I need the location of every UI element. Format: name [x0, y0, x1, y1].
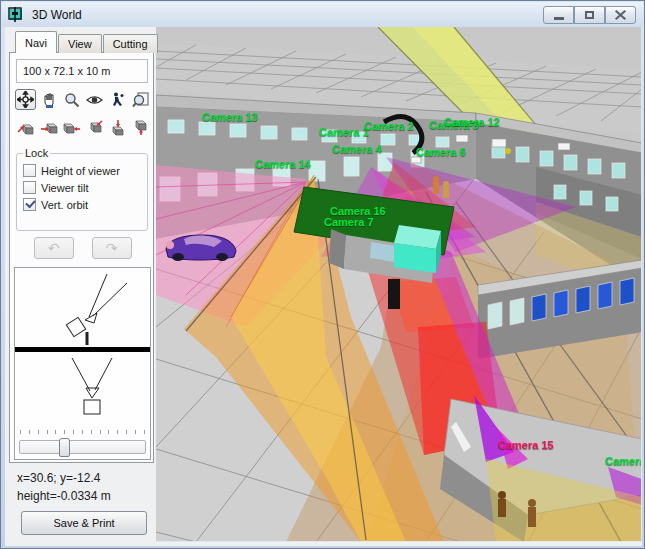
hand-icon	[41, 92, 57, 108]
undo-icon: ↶	[48, 240, 60, 256]
navigation-sidebar: Navi View Cutting 100 x 72.1 x 10 m	[9, 31, 156, 542]
3d-viewport[interactable]: Camera 13 Camera 1 Camera 2 Camera 3 Cam…	[156, 27, 642, 542]
camera-label: Camera 15	[498, 439, 554, 451]
cube-arrow-right-icon	[40, 119, 58, 136]
lock-group: Lock Height of viewer Viewer tilt Vert. …	[16, 147, 148, 231]
tab-navi[interactable]: Navi	[15, 31, 57, 53]
view-preset-toolbar	[15, 117, 151, 138]
app-window: 3D World Navi View Cutting 100 x 72.1 x …	[0, 0, 645, 549]
client-area: Navi View Cutting 100 x 72.1 x 10 m	[5, 27, 642, 546]
camera-label: Camera 2	[364, 120, 414, 132]
cube-arrow-up-icon	[132, 119, 150, 136]
walk-icon	[111, 92, 125, 108]
camera-label: Camera	[605, 455, 642, 467]
checkbox-height-of-viewer[interactable]: Height of viewer	[23, 164, 143, 177]
view-preset-left-button[interactable]	[61, 117, 82, 138]
move-icon	[17, 91, 34, 108]
magnifier-icon	[64, 92, 80, 108]
tilt-sketch	[15, 268, 150, 418]
walk-tool-button[interactable]	[107, 89, 128, 110]
maximize-button[interactable]	[574, 6, 605, 24]
vert-orbit-label: Vert. orbit	[41, 199, 88, 211]
redo-button[interactable]: ↷	[92, 237, 132, 259]
cube-arrow-sw-icon	[86, 119, 104, 136]
tabstrip: Navi View Cutting	[15, 31, 159, 53]
checkbox-viewer-tilt[interactable]: Viewer tilt	[23, 181, 143, 194]
close-icon	[615, 10, 626, 20]
cube-arrow-down-icon	[109, 119, 127, 136]
eye-icon	[86, 93, 103, 107]
fit-view-icon	[132, 92, 149, 108]
save-print-button[interactable]: Save & Print	[21, 511, 147, 535]
coords-height: height=-0.0334 m	[17, 487, 111, 505]
view-preset-right-button[interactable]	[38, 117, 59, 138]
maximize-icon	[585, 11, 594, 19]
camera-label: Camera 13	[202, 111, 258, 123]
zoom-tool-button[interactable]	[61, 89, 82, 110]
history-buttons: ↶ ↷	[10, 237, 155, 259]
minimize-button[interactable]	[543, 6, 574, 24]
window-title: 3D World	[32, 8, 82, 22]
close-button[interactable]	[605, 6, 636, 24]
app-icon	[8, 7, 26, 23]
view-preset-sw-button[interactable]	[84, 117, 105, 138]
camera-label: Camera 6	[416, 146, 466, 158]
cube-arrow-left-icon	[63, 119, 81, 136]
viewer-tilt-label: Viewer tilt	[41, 182, 88, 194]
redo-icon: ↷	[106, 240, 118, 256]
tilt-slider[interactable]	[19, 440, 146, 454]
move-tool-button[interactable]	[15, 89, 36, 110]
camera-label: Camera 7	[324, 216, 374, 228]
cube-arrow-ne-icon	[17, 119, 35, 136]
fit-view-tool-button[interactable]	[130, 89, 151, 110]
camera-label: Camera 1	[319, 126, 369, 138]
look-tool-button[interactable]	[84, 89, 105, 110]
height-of-viewer-label: Height of viewer	[41, 165, 120, 177]
checkbox-vert-orbit[interactable]: Vert. orbit	[23, 198, 143, 211]
camera-label: Camera 4	[332, 143, 382, 155]
minimize-icon	[554, 17, 564, 20]
view-preset-down-button[interactable]	[107, 117, 128, 138]
view-preset-up-button[interactable]	[130, 117, 151, 138]
coords-xy: x=30.6; y=-12.4	[17, 469, 111, 487]
viewer-tilt-diagram	[14, 267, 151, 460]
nav-toolbar	[15, 89, 151, 110]
undo-button[interactable]: ↶	[34, 237, 74, 259]
lock-group-title: Lock	[23, 147, 50, 159]
tab-cutting[interactable]: Cutting	[103, 34, 158, 53]
titlebar[interactable]: 3D World	[2, 2, 643, 27]
navi-tab-page: 100 x 72.1 x 10 m	[9, 52, 154, 463]
tilt-slider-thumb[interactable]	[59, 438, 70, 457]
cursor-coordinates: x=30.6; y=-12.4 height=-0.0334 m	[17, 469, 111, 505]
view-preset-ne-button[interactable]	[15, 117, 36, 138]
slider-ticks	[20, 430, 145, 435]
camera-label: Camera 14	[255, 158, 311, 170]
viewer-tilt-checkbox[interactable]	[23, 181, 36, 194]
height-of-viewer-checkbox[interactable]	[23, 164, 36, 177]
3d-scene	[156, 27, 642, 542]
camera-label: Camera 12	[444, 116, 500, 128]
vert-orbit-checkbox[interactable]	[23, 198, 36, 211]
tab-view[interactable]: View	[58, 34, 102, 53]
pan-tool-button[interactable]	[38, 89, 59, 110]
world-size-label: 100 x 72.1 x 10 m	[16, 59, 148, 83]
